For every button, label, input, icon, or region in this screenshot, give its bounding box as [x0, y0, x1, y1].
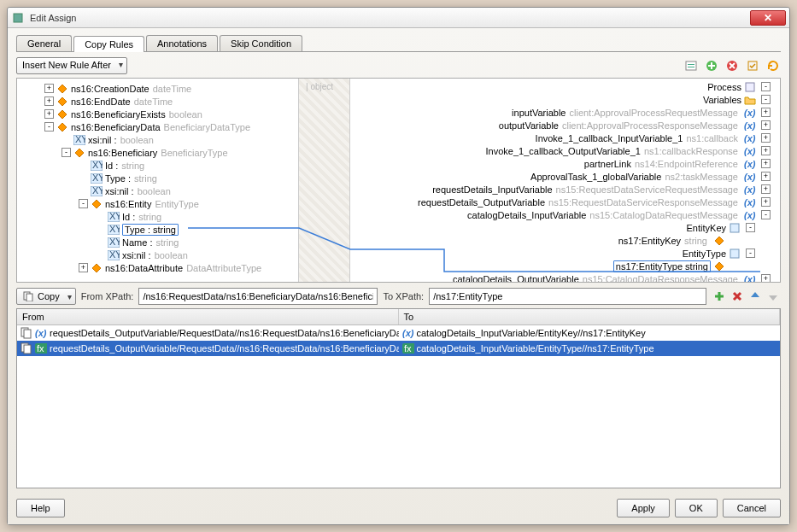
xy-icon: XY: [91, 172, 103, 184]
tree-node[interactable]: XYxsi:nil :boolean: [19, 133, 296, 146]
copy-icon: [22, 290, 34, 302]
expander[interactable]: +: [761, 197, 771, 207]
svg-text:(x): (x): [744, 274, 756, 283]
xy-icon: XY: [73, 134, 85, 146]
expander[interactable]: -: [761, 82, 771, 91]
add-rule-icon[interactable]: [712, 289, 727, 304]
cancel-button[interactable]: Cancel: [723, 499, 781, 517]
xy-icon: XY: [108, 224, 120, 236]
tree-node[interactable]: XYName :string: [19, 236, 296, 248]
catalog-icon[interactable]: [683, 58, 699, 73]
grid-row[interactable]: (x)requestDetails_OutputVariable/Request…: [17, 325, 780, 341]
node-label: ns16:CreationDate: [71, 84, 149, 94]
tree-node[interactable]: requestDetails_InputVariablens15:Request…: [352, 183, 778, 196]
diamond-icon: [56, 83, 68, 95]
tree-node[interactable]: XYType :string: [19, 172, 296, 184]
tree-node[interactable]: -ns16:BeneficiaryDataBeneficiaryDataType: [19, 120, 296, 133]
tree-node[interactable]: inputVariableclient:ApprovalProcessReque…: [352, 106, 778, 119]
expander[interactable]: +: [761, 184, 771, 194]
expander[interactable]: +: [44, 109, 54, 119]
tree-node[interactable]: +ns16:EndDatedateTime: [19, 95, 296, 108]
help-button[interactable]: Help: [16, 499, 65, 517]
to-xpath-input[interactable]: [429, 288, 706, 305]
insert-rule-combo[interactable]: Insert New Rule After: [16, 57, 127, 74]
expander[interactable]: +: [761, 274, 771, 282]
expander[interactable]: +: [761, 120, 771, 130]
expander[interactable]: +: [44, 96, 54, 106]
tree-node[interactable]: partnerLinkns14:EndpointReference(x)+: [352, 157, 778, 170]
node-label: inputVariable: [512, 108, 566, 118]
move-down-icon[interactable]: [765, 289, 781, 304]
tab-copy-rules[interactable]: Copy Rules: [73, 36, 144, 52]
expander[interactable]: -: [62, 148, 71, 157]
node-type: ns2:taskMessage: [665, 172, 738, 182]
node-type: BeneficiaryDataType: [164, 122, 251, 132]
node-type: ns15:RequestDataServiceRequestMessage: [556, 184, 738, 195]
svg-text:(x): (x): [744, 108, 756, 118]
expander[interactable]: +: [761, 172, 771, 181]
remove-rule-icon[interactable]: [730, 289, 745, 304]
tree-node[interactable]: outputVariableclient:ApprovalProcessResp…: [352, 119, 778, 132]
close-button[interactable]: ✕: [750, 10, 786, 26]
expander[interactable]: -: [761, 95, 771, 104]
copy-label: Copy: [38, 291, 60, 301]
tree-node[interactable]: XYxsi:nil :boolean: [19, 248, 296, 261]
expander[interactable]: +: [761, 133, 771, 143]
tree-node[interactable]: requestDetails_OutputVariablens15:Reques…: [352, 196, 778, 208]
node-type: dateTime: [153, 84, 191, 94]
apply-button[interactable]: Apply: [617, 499, 670, 517]
tab-general[interactable]: General: [16, 35, 72, 51]
target-tree[interactable]: Process- Variables- inputVariableclient:…: [350, 79, 780, 282]
expander[interactable]: +: [761, 146, 771, 155]
expander[interactable]: -: [44, 122, 54, 132]
tree-node[interactable]: XYId :string: [19, 210, 296, 223]
validate-icon[interactable]: [745, 58, 760, 73]
expander[interactable]: +: [761, 108, 771, 117]
tab-annotations[interactable]: Annotations: [146, 35, 218, 51]
x-icon: (x): [744, 196, 756, 208]
node-type: EntityType: [155, 199, 198, 209]
tree-node[interactable]: ApprovalTask_1_globalVariablens2:taskMes…: [352, 170, 778, 183]
node-label: ns16:BeneficiaryExists: [71, 109, 166, 120]
tree-node[interactable]: catalogDetails_OutputVariablens15:Catalo…: [352, 272, 778, 282]
tree-node[interactable]: ns17:EntityKeystring: [352, 234, 778, 247]
move-up-icon[interactable]: [747, 289, 763, 304]
node-type: string: [155, 237, 179, 248]
from-xpath-input[interactable]: [138, 288, 378, 305]
tree-node[interactable]: XYId :string: [19, 159, 296, 172]
expander[interactable]: -: [761, 210, 771, 219]
add-icon[interactable]: [704, 58, 719, 73]
tree-node[interactable]: +ns16:DataAttributeDataAttributeType: [19, 261, 296, 274]
tree-node[interactable]: +ns16:BeneficiaryExistsboolean: [19, 108, 296, 120]
svg-text:XY: XY: [109, 212, 120, 221]
x-icon: (x): [744, 158, 756, 170]
grid-body[interactable]: (x)requestDetails_OutputVariable/Request…: [17, 325, 780, 488]
tree-node[interactable]: XYxsi:nil :boolean: [19, 184, 296, 197]
svg-text:fx: fx: [404, 343, 412, 354]
source-tree[interactable]: +ns16:CreationDatedateTime+ns16:EndDated…: [17, 79, 299, 282]
expander[interactable]: -: [746, 223, 755, 232]
tree-node[interactable]: -ns16:EntityEntityType: [19, 197, 296, 210]
ok-button[interactable]: OK: [675, 499, 718, 517]
tree-node[interactable]: catalogDetails_InputVariablens15:Catalog…: [352, 208, 778, 221]
expander[interactable]: -: [79, 199, 88, 208]
node-type: ns14:EndpointReference: [635, 159, 738, 169]
tree-node[interactable]: XYType : string: [19, 223, 296, 236]
refresh-icon[interactable]: [765, 58, 781, 73]
grid-row[interactable]: fxrequestDetails_OutputVariable/RequestD…: [17, 341, 780, 356]
tree-node[interactable]: EntityKey-: [352, 221, 778, 234]
tree-node[interactable]: ns17:EntityType string: [352, 260, 778, 272]
expander[interactable]: +: [44, 84, 54, 93]
tree-node[interactable]: EntityType-: [352, 247, 778, 260]
expander[interactable]: -: [746, 248, 755, 258]
tree-node[interactable]: +ns16:CreationDatedateTime: [19, 82, 296, 95]
x-icon: (x): [744, 273, 756, 283]
tab-skip-condition[interactable]: Skip Condition: [220, 35, 302, 51]
tree-node[interactable]: -ns16:BeneficiaryBeneficiaryType: [19, 146, 296, 159]
copy-mode-combo[interactable]: Copy: [16, 288, 76, 305]
tree-node[interactable]: Invoke_1_callback_InputVariable_1ns1:cal…: [352, 132, 778, 144]
delete-icon[interactable]: [724, 58, 740, 73]
expander[interactable]: +: [79, 263, 88, 272]
expander[interactable]: +: [761, 159, 771, 168]
tree-node[interactable]: Invoke_1_callback_OutputVariable_1ns1:ca…: [352, 144, 778, 157]
